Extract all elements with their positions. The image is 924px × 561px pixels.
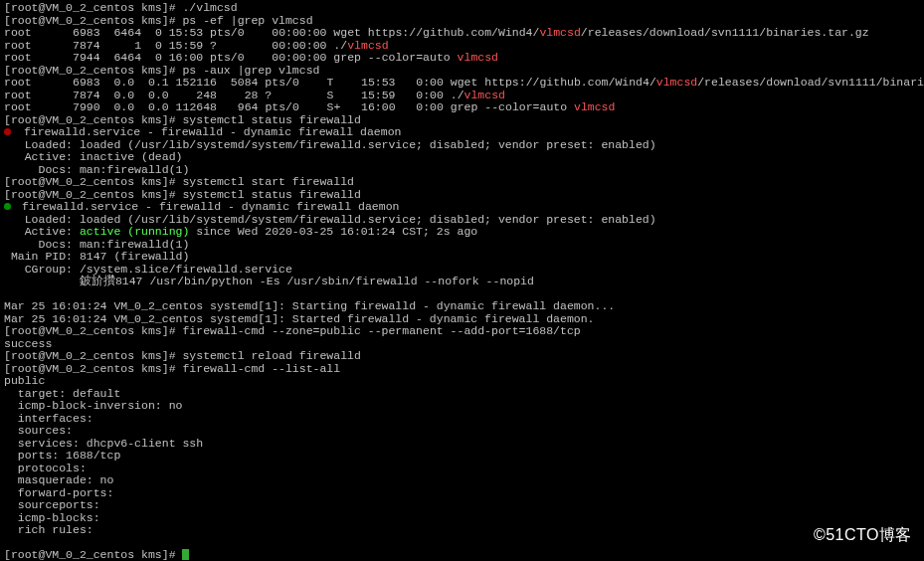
service-active-running: active (running)	[80, 225, 189, 238]
match-highlight: vlmcsd	[347, 39, 388, 52]
ps-row: root 7874 1 0 15:59 ? 00:00:00 ./vlmcsd	[4, 39, 389, 52]
fw-list-line: interfaces:	[4, 412, 93, 425]
service-active-suffix: since Wed 2020-03-25 16:01:24 CST; 2s ag…	[189, 225, 477, 238]
cmd-start: systemctl start firewalld	[182, 175, 354, 188]
fw-list-line: sources:	[4, 424, 73, 437]
service-docs: Docs: man:firewalld(1)	[4, 163, 189, 176]
cmd-output: success	[4, 337, 52, 350]
cmd-reload: systemctl reload firewalld	[182, 349, 360, 362]
cmd-ps-ef: ps -ef |grep vlmcsd	[182, 14, 312, 27]
service-loaded: Loaded: loaded (/usr/lib/systemd/system/…	[4, 138, 656, 151]
fw-list-line: icmp-block-inversion: no	[4, 399, 182, 412]
service-loaded: Loaded: loaded (/usr/lib/systemd/system/…	[4, 213, 656, 226]
service-active-prefix: Active:	[4, 225, 80, 238]
shell-prompt: [root@VM_0_2_centos kms]#	[4, 1, 176, 14]
ps-row: root 7944 6464 0 16:00 pts/0 00:00:00 gr…	[4, 51, 498, 64]
match-highlight: vlmcsd	[458, 51, 498, 64]
fw-list-line: services: dhcpv6-client ssh	[4, 437, 203, 450]
watermark: ©51CTO博客	[814, 529, 912, 542]
fw-list-line: icmp-blocks:	[4, 511, 100, 524]
shell-prompt: [root@VM_0_2_centos kms]#	[4, 548, 176, 561]
service-title: firewalld.service - firewalld - dynamic …	[15, 200, 399, 213]
shell-prompt: [root@VM_0_2_centos kms]#	[4, 175, 176, 188]
service-cgline: 鈹斺攢8147 /usr/bin/python -Es /usr/sbin/fi…	[4, 275, 534, 287]
fw-list-line: masquerade: no	[4, 473, 113, 486]
status-dot-active-icon	[4, 203, 11, 210]
shell-prompt: [root@VM_0_2_centos kms]#	[4, 349, 176, 362]
shell-prompt: [root@VM_0_2_centos kms]#	[4, 324, 176, 337]
service-active: Active: inactive (dead)	[4, 150, 182, 163]
fw-list-line: ports: 1688/tcp	[4, 449, 120, 462]
ps-row: root 6983 0.0 0.1 152116 5084 pts/0 T 15…	[4, 76, 924, 89]
journal-line: Mar 25 16:01:24 VM_0_2_centos systemd[1]…	[4, 312, 595, 325]
shell-prompt: [root@VM_0_2_centos kms]#	[4, 188, 176, 201]
fw-list-line: forward-ports:	[4, 486, 113, 499]
shell-prompt: [root@VM_0_2_centos kms]#	[4, 362, 176, 375]
cmd-list-all: firewall-cmd --list-all	[182, 362, 340, 375]
ps-row: root 6983 6464 0 15:53 pts/0 00:00:00 wg…	[4, 26, 869, 39]
cmd-addport: firewall-cmd --zone=public --permanent -…	[182, 324, 580, 337]
cmd-status1: systemctl status firewalld	[182, 113, 360, 126]
match-highlight: vlmcsd	[539, 26, 580, 39]
shell-prompt: [root@VM_0_2_centos kms]#	[4, 14, 176, 27]
cmd-vlmcsd: ./vlmcsd	[182, 1, 237, 14]
journal-line: Mar 25 16:01:24 VM_0_2_centos systemd[1]…	[4, 299, 615, 312]
ps-row: root 7874 0.0 0.0 248 28 ? S 15:59 0:00 …	[4, 89, 505, 101]
shell-prompt: [root@VM_0_2_centos kms]#	[4, 113, 176, 126]
match-highlight: vlmcsd	[574, 100, 615, 113]
service-mainpid: Main PID: 8147 (firewalld)	[4, 250, 189, 263]
fw-list-line: target: default	[4, 387, 120, 400]
fw-list-line: sourceports:	[4, 498, 100, 511]
fw-list-line: protocols:	[4, 462, 87, 474]
fw-list-line: rich rules:	[4, 523, 93, 536]
cmd-status2: systemctl status firewalld	[182, 188, 360, 201]
match-highlight: vlmcsd	[656, 76, 697, 89]
ps-row: root 7990 0.0 0.0 112648 964 pts/0 S+ 16…	[4, 100, 615, 113]
service-cgroup: CGroup: /system.slice/firewalld.service	[4, 263, 292, 276]
service-docs: Docs: man:firewalld(1)	[4, 238, 189, 251]
match-highlight: vlmcsd	[464, 89, 505, 101]
fw-list-line: public	[4, 374, 45, 387]
cursor-icon[interactable]	[182, 549, 189, 560]
status-dot-inactive-icon	[4, 128, 11, 135]
shell-prompt: [root@VM_0_2_centos kms]#	[4, 64, 176, 77]
terminal-output[interactable]: [root@VM_0_2_centos kms]# ./vlmcsd [root…	[0, 0, 924, 561]
cmd-ps-aux: ps -aux |grep vlmcsd	[182, 64, 319, 77]
service-title: firewalld.service - firewalld - dynamic …	[17, 125, 401, 138]
